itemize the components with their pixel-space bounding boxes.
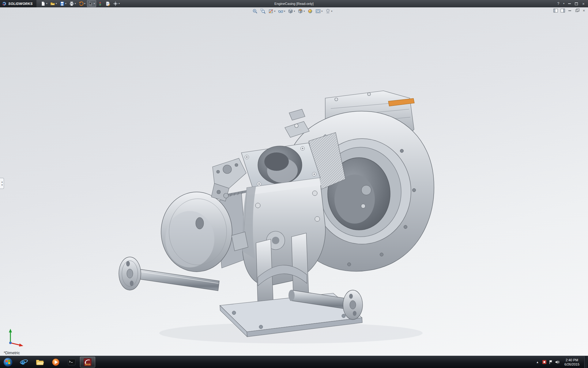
chevron-down-icon[interactable]: ▾ xyxy=(294,10,295,13)
new-document-button[interactable]: ▾ xyxy=(40,0,49,7)
taskbar-command-prompt[interactable] xyxy=(64,356,80,368)
heads-up-view-toolbar: ▾ ▾ ▾ ▾ ▾ ▾ xyxy=(252,8,333,14)
view-orientation-cube-icon xyxy=(298,9,303,14)
dassault-3ds-icon xyxy=(2,1,7,6)
engine-casing-model[interactable] xyxy=(0,7,588,356)
zoom-to-fit-icon xyxy=(252,9,258,14)
graphics-area[interactable]: ▾ ▾ ▾ ▾ ▾ ▾ xyxy=(0,7,588,356)
display-style-cube-icon xyxy=(288,9,293,14)
view-settings-button[interactable]: ▾ xyxy=(325,8,333,14)
feature-manager-pane-button[interactable] xyxy=(553,8,558,13)
taskbar-media-player[interactable] xyxy=(48,356,64,368)
doc-close-button[interactable]: × xyxy=(582,8,586,13)
collapse-arrow-icon: ◂ xyxy=(1,181,2,183)
chevron-down-icon[interactable]: ▾ xyxy=(563,2,564,5)
show-hidden-icons-button[interactable]: ▲ xyxy=(535,361,540,364)
chevron-down-icon[interactable]: ▾ xyxy=(65,2,66,5)
clock-time: 2:40 PM xyxy=(566,358,578,362)
view-orientation-button[interactable]: ▾ xyxy=(297,8,305,14)
taskbar-internet-explorer[interactable]: e xyxy=(16,356,32,368)
options-button[interactable]: ▾ xyxy=(112,0,121,7)
section-view-icon xyxy=(268,9,273,14)
media-player-icon xyxy=(51,358,60,367)
open-folder-icon xyxy=(50,1,55,6)
chevron-down-icon[interactable]: ▾ xyxy=(84,2,85,5)
chevron-down-icon[interactable]: ▾ xyxy=(321,10,322,13)
help-button[interactable]: ? xyxy=(556,2,560,6)
system-tray: ▲ 2:40 PM 6/26/2015 xyxy=(535,356,588,368)
print-icon xyxy=(69,1,74,6)
zoom-to-fit-button[interactable] xyxy=(252,8,258,14)
view-orientation-label: *Dimetric xyxy=(4,351,20,355)
chevron-down-icon[interactable]: ▾ xyxy=(303,10,305,13)
chevron-down-icon[interactable]: ▾ xyxy=(331,10,332,13)
svg-text:2015: 2015 xyxy=(85,363,90,366)
show-desktop-button[interactable] xyxy=(584,356,587,368)
save-button[interactable]: ▾ xyxy=(58,0,68,7)
tray-generic-red-icon xyxy=(542,360,547,364)
print-button[interactable]: ▾ xyxy=(68,0,77,7)
chevron-down-icon[interactable]: ▾ xyxy=(284,10,285,13)
flag-icon xyxy=(548,360,553,364)
restore-icon xyxy=(575,10,578,12)
new-document-icon xyxy=(41,1,46,6)
feature-manager-collapse-tab[interactable]: ◂ ◂ xyxy=(0,178,4,189)
rebuild-stoplight-icon xyxy=(98,1,103,6)
folder-icon xyxy=(35,358,44,367)
section-view-button[interactable]: ▾ xyxy=(268,8,276,14)
close-icon: × xyxy=(582,2,585,6)
tray-volume[interactable] xyxy=(555,360,560,364)
taskbar-solidworks[interactable]: 2015 xyxy=(80,357,95,367)
close-button[interactable]: × xyxy=(581,2,586,6)
start-button[interactable] xyxy=(0,356,16,368)
chevron-down-icon[interactable]: ▾ xyxy=(274,10,275,13)
tray-action-center[interactable] xyxy=(548,360,553,364)
pane-right-icon xyxy=(560,8,565,13)
chevron-down-icon[interactable]: ▾ xyxy=(46,2,47,5)
display-style-button[interactable]: ▾ xyxy=(288,8,295,14)
tray-expand-icon: ▲ xyxy=(536,361,539,364)
doc-restore-button[interactable] xyxy=(575,8,579,13)
rebuild-button[interactable] xyxy=(96,0,104,7)
apply-scene-button[interactable]: ▾ xyxy=(315,8,323,14)
undo-icon xyxy=(79,1,84,6)
file-properties-icon xyxy=(105,1,110,6)
options-gear-icon xyxy=(113,1,118,6)
maximize-button[interactable] xyxy=(574,2,579,6)
tray-app-icon-red[interactable] xyxy=(542,360,547,364)
minimize-button[interactable] xyxy=(567,2,571,6)
chevron-down-icon[interactable]: ▾ xyxy=(94,2,95,5)
solidworks-window: SOLIDWORKS ▾ ▾ ▾ ▾ ▾ xyxy=(0,0,588,368)
maximize-icon xyxy=(575,2,578,5)
solidworks-logo: SOLIDWORKS xyxy=(0,0,36,7)
chevron-down-icon[interactable]: ▾ xyxy=(119,2,120,5)
svg-text:e: e xyxy=(21,358,25,366)
chevron-down-icon[interactable]: ▾ xyxy=(56,2,57,5)
taskbar: e xyxy=(0,356,588,368)
chevron-down-icon[interactable]: ▾ xyxy=(75,2,76,5)
hide-show-items-button[interactable]: ▾ xyxy=(278,8,285,14)
open-button[interactable]: ▾ xyxy=(49,0,58,7)
task-pane-button[interactable] xyxy=(560,8,565,13)
zoom-to-area-icon xyxy=(260,9,266,14)
undo-button[interactable]: ▾ xyxy=(77,0,87,7)
titlebar: SOLIDWORKS ▾ ▾ ▾ ▾ ▾ xyxy=(0,0,588,7)
minimize-icon xyxy=(568,10,571,11)
solidworks-app-icon: 2015 xyxy=(83,358,92,367)
window-controls: ? ▾ × xyxy=(556,2,588,6)
internet-explorer-icon: e xyxy=(19,358,28,367)
edit-appearance-button[interactable] xyxy=(307,8,313,14)
taskbar-clock[interactable]: 2:40 PM 6/26/2015 xyxy=(561,358,582,366)
clock-date: 6/26/2015 xyxy=(564,362,579,366)
standard-toolbar: ▾ ▾ ▾ ▾ ▾ ▾ xyxy=(36,0,121,7)
file-properties-button[interactable] xyxy=(104,0,111,7)
command-prompt-icon xyxy=(67,358,76,367)
windows-start-icon xyxy=(3,357,13,367)
taskbar-file-explorer[interactable] xyxy=(32,356,48,368)
select-tool-button[interactable]: ▾ xyxy=(87,0,96,7)
orientation-triad[interactable] xyxy=(5,326,26,348)
minimize-icon xyxy=(568,3,571,4)
doc-minimize-button[interactable] xyxy=(567,8,572,13)
save-icon xyxy=(60,1,65,6)
zoom-to-area-button[interactable] xyxy=(260,8,266,14)
